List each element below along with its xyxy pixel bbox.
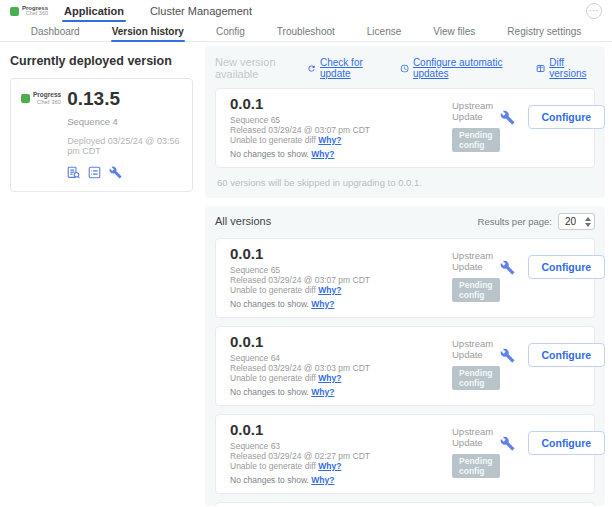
version-sequence: Sequence 65 bbox=[230, 265, 452, 275]
subnav-config[interactable]: Config bbox=[215, 22, 246, 41]
diff-error-line: Unable to generate diff Why? bbox=[230, 373, 452, 383]
subnav-view-files[interactable]: View files bbox=[432, 22, 476, 41]
new-version-card: 0.0.1 Sequence 65 Released 03/29/24 @ 03… bbox=[215, 88, 595, 168]
status-badge: Pending config bbox=[452, 454, 500, 478]
diff-error-why-link[interactable]: Why? bbox=[318, 373, 341, 383]
skip-versions-note: 60 versions will be skipped in upgrading… bbox=[215, 177, 595, 188]
version-released: Released 03/29/24 @ 03:07 pm CDT bbox=[230, 125, 452, 135]
troubleshoot-wrench-icon[interactable] bbox=[109, 166, 122, 179]
version-card: 0.0.1 Sequence 64 Released 03/29/24 @ 03… bbox=[215, 326, 595, 406]
version-source: Upstream Update bbox=[452, 250, 500, 272]
configure-button[interactable]: Configure bbox=[528, 343, 605, 367]
configure-automatic-updates-link[interactable]: Configure automatic updates bbox=[400, 57, 520, 79]
version-number: 0.0.1 bbox=[230, 245, 452, 263]
brand-logo-icon bbox=[21, 94, 30, 103]
configure-button[interactable]: Configure bbox=[528, 105, 606, 129]
version-card: 0.0.1 Sequence 65 Released 03/29/24 @ 03… bbox=[215, 238, 595, 318]
brand-logo-icon bbox=[10, 7, 19, 16]
schedule-clock-icon bbox=[400, 63, 409, 74]
view-config-icon[interactable] bbox=[88, 166, 101, 179]
diff-versions-link[interactable]: Diff versions bbox=[536, 57, 595, 79]
edit-config-wrench-icon[interactable] bbox=[500, 348, 515, 363]
status-badge: Pending config bbox=[452, 366, 500, 390]
app-logo: Progress Chef 360 bbox=[21, 92, 61, 105]
version-number: 0.0.1 bbox=[230, 333, 452, 351]
tab-application[interactable]: Application bbox=[62, 0, 126, 22]
ellipsis-menu-icon[interactable]: ⋯ bbox=[586, 3, 602, 19]
subnav-license[interactable]: License bbox=[366, 22, 402, 41]
edit-config-wrench-icon[interactable] bbox=[500, 260, 515, 275]
select-stepper-icon bbox=[585, 217, 591, 227]
status-badge: Pending config bbox=[452, 278, 500, 302]
status-badge: Pending config bbox=[452, 128, 500, 152]
no-changes-line: No changes to show. Why? bbox=[230, 299, 452, 309]
release-notes-icon[interactable] bbox=[67, 166, 80, 179]
diff-error-line: Unable to generate diff Why? bbox=[230, 135, 452, 145]
app-subnav: Dashboard Version history Config Trouble… bbox=[0, 22, 612, 42]
configure-button[interactable]: Configure bbox=[528, 431, 605, 455]
deployed-heading: Currently deployed version bbox=[10, 54, 193, 68]
version-number: 0.0.1 bbox=[230, 95, 452, 113]
results-per-page-label: Results per page: bbox=[478, 216, 552, 227]
version-released: Released 03/29/24 @ 03:03 pm CDT bbox=[230, 363, 452, 373]
deployed-timestamp: Deployed 03/25/24 @ 03:56 pm CDT bbox=[67, 136, 182, 156]
all-versions-heading: All versions bbox=[215, 215, 271, 227]
brand-name-bottom: Chef 360 bbox=[22, 11, 48, 17]
diff-error-why-link[interactable]: Why? bbox=[318, 285, 341, 295]
subnav-dashboard[interactable]: Dashboard bbox=[30, 22, 81, 41]
deployed-version-number: 0.13.5 bbox=[67, 89, 182, 109]
version-sequence: Sequence 65 bbox=[230, 115, 452, 125]
version-source: Upstream Update bbox=[452, 100, 500, 122]
no-changes-why-link[interactable]: Why? bbox=[311, 387, 334, 397]
diff-versions-icon bbox=[536, 63, 545, 74]
new-version-heading: New version available bbox=[215, 56, 307, 80]
subnav-registry-settings[interactable]: Registry settings bbox=[506, 22, 582, 41]
edit-config-wrench-icon[interactable] bbox=[500, 110, 515, 125]
version-source: Upstream Update bbox=[452, 338, 500, 360]
refresh-icon bbox=[307, 63, 316, 74]
diff-error-line: Unable to generate diff Why? bbox=[230, 285, 452, 295]
deployed-sequence: Sequence 4 bbox=[67, 116, 182, 127]
no-changes-line: No changes to show. Why? bbox=[230, 149, 452, 159]
brand-name-bottom: Chef 360 bbox=[33, 99, 61, 105]
no-changes-why-link[interactable]: Why? bbox=[311, 475, 334, 485]
version-released: Released 03/29/24 @ 02:27 pm CDT bbox=[230, 451, 452, 461]
all-versions-panel: All versions Results per page: 20 0.0.1 … bbox=[205, 206, 605, 506]
no-changes-why-link[interactable]: Why? bbox=[311, 299, 334, 309]
deployed-version-card: Progress Chef 360 0.13.5 Sequence 4 Depl… bbox=[10, 78, 193, 192]
version-card: 0.0.1 Sequence 62 Released 03/29/24 @ 02… bbox=[215, 502, 595, 506]
app-logo: Progress Chef 360 bbox=[10, 5, 48, 17]
results-per-page-select[interactable]: 20 bbox=[558, 213, 595, 230]
edit-config-wrench-icon[interactable] bbox=[500, 436, 515, 451]
no-changes-line: No changes to show. Why? bbox=[230, 475, 452, 485]
diff-error-line: Unable to generate diff Why? bbox=[230, 461, 452, 471]
tab-cluster-management[interactable]: Cluster Management bbox=[148, 0, 254, 22]
version-source: Upstream Update bbox=[452, 426, 500, 448]
version-sequence: Sequence 64 bbox=[230, 353, 452, 363]
version-card: 0.0.1 Sequence 63 Released 03/29/24 @ 02… bbox=[215, 414, 595, 494]
version-sequence: Sequence 63 bbox=[230, 441, 452, 451]
configure-button[interactable]: Configure bbox=[528, 255, 605, 279]
top-navbar: Progress Chef 360 Application Cluster Ma… bbox=[0, 0, 612, 22]
no-changes-line: No changes to show. Why? bbox=[230, 387, 452, 397]
version-number: 0.0.1 bbox=[230, 421, 452, 439]
new-version-panel: New version available Check for update C… bbox=[205, 46, 605, 198]
no-changes-why-link[interactable]: Why? bbox=[311, 149, 334, 159]
version-released: Released 03/29/24 @ 03:07 pm CDT bbox=[230, 275, 452, 285]
diff-error-why-link[interactable]: Why? bbox=[318, 135, 341, 145]
subnav-version-history[interactable]: Version history bbox=[111, 22, 185, 41]
currently-deployed-panel: Currently deployed version Progress Chef… bbox=[0, 42, 205, 506]
diff-error-why-link[interactable]: Why? bbox=[318, 461, 341, 471]
check-for-update-link[interactable]: Check for update bbox=[307, 57, 384, 79]
subnav-troubleshoot[interactable]: Troubleshoot bbox=[276, 22, 336, 41]
